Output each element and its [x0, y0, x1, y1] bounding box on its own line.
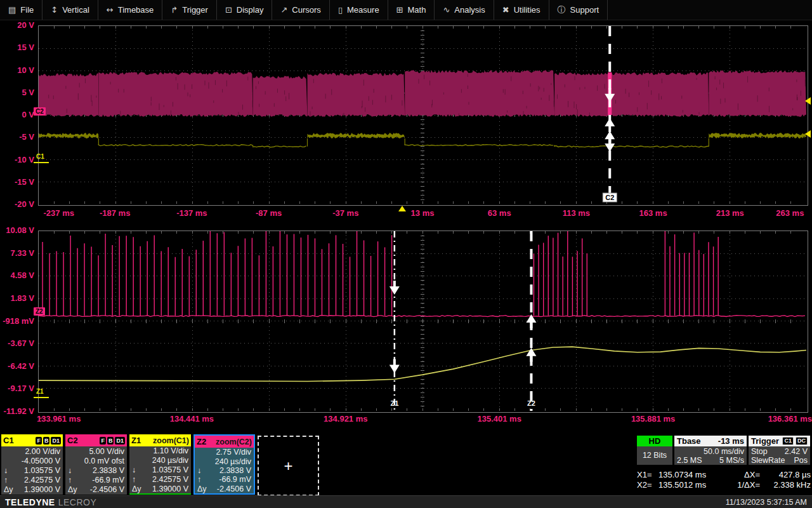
menu-item-cursors[interactable]: ↗Cursors — [272, 0, 329, 20]
file-icon: ▤ — [8, 5, 16, 15]
add-trace-box[interactable]: + — [258, 436, 319, 496]
menu-item-math[interactable]: ⊞Math — [388, 0, 435, 20]
timebase-box[interactable]: Tbase -13 ms 50.0 ms/div 2.5 MS 5 MS/s — [674, 436, 747, 465]
descriptor-z2[interactable]: Z2zoom(C2)2.75 V/div240 µs/div↓2.3838 V↑… — [193, 434, 255, 495]
y-axis-label: -15 V — [0, 177, 34, 187]
cursor-level-marker-upper[interactable] — [805, 97, 811, 105]
descriptor-header[interactable]: Z2zoom(C2) — [195, 436, 254, 448]
datetime-display: 11/13/2023 5:37:15 AM — [726, 498, 807, 507]
c1-trace[interactable] — [39, 133, 806, 147]
descriptor-row: Δy1.39000 V — [129, 484, 191, 493]
menu-item-display[interactable]: ⊡Display — [217, 0, 273, 20]
descriptor-c2[interactable]: C2FBD15.00 V/div0.0 mV ofst↓2.3838 V↑-66… — [65, 434, 127, 495]
c1-axis-marker-bar — [34, 162, 49, 163]
x-axis-label: -187 ms — [100, 208, 130, 218]
y-axis-label: 10.08 V — [0, 225, 34, 235]
plot2-graticule[interactable]: Z1Z2 — [38, 231, 808, 413]
plot1-canvas[interactable]: C2 — [39, 26, 806, 204]
y-axis-label: 1.83 V — [0, 293, 34, 303]
row-value: -66.9 mV — [92, 476, 124, 485]
menu-item-trigger[interactable]: ↱Trigger — [162, 0, 217, 20]
y-axis-label: 7.33 V — [0, 248, 34, 258]
c1-axis-marker[interactable]: C1 — [36, 153, 44, 160]
trigger-slope: Pos — [794, 456, 808, 465]
y-axis-label: -6.42 V — [0, 361, 34, 371]
menu-item-analysis[interactable]: ∿Analysis — [435, 0, 494, 20]
trigger-level: 2.42 V — [785, 447, 808, 456]
menu-item-utilities[interactable]: ✖Utilities — [494, 0, 549, 20]
x-axis-label: 163 ms — [639, 208, 667, 218]
y-axis-label: -20 V — [0, 199, 34, 209]
x2-value: 135.5012 ms — [658, 480, 727, 490]
plot1-graticule[interactable]: C2 — [38, 25, 808, 206]
x-axis-label: 13 ms — [411, 208, 435, 218]
row-value: 2.42575 V — [152, 475, 188, 484]
c2-axis-marker[interactable]: C2 — [34, 107, 46, 116]
menu-item-label: Timebase — [118, 5, 154, 15]
tbase-rate: 5 MS/s — [719, 456, 744, 465]
utilities-icon: ✖ — [502, 5, 509, 15]
y-axis-label: 10 V — [0, 65, 34, 75]
row-symbol: Δy — [4, 485, 15, 494]
descriptor-row: -4.05000 V — [1, 456, 63, 465]
x1-label: X1= — [637, 470, 658, 479]
descriptor-header[interactable]: C1FBD1 — [1, 434, 63, 446]
menu-bar: ▤File↕Vertical↔Timebase↱Trigger⊡Display↗… — [0, 0, 812, 20]
tbase-samples: 2.5 MS — [677, 456, 702, 465]
badge-b: B — [43, 437, 50, 444]
channel-badges: FBD1 — [36, 437, 61, 444]
row-value: 1.03575 V — [24, 466, 60, 475]
descriptor-header[interactable]: Z1zoom(C1) — [129, 434, 191, 446]
row-value: 2.00 V/div — [25, 447, 60, 456]
dx-label: ΔX= — [727, 470, 764, 479]
c2-trace[interactable] — [39, 70, 806, 119]
menu-item-support[interactable]: ⓘSupport — [549, 0, 608, 20]
row-symbol: ↓ — [197, 466, 209, 475]
x1-value: 135.0734 ms — [658, 470, 727, 479]
descriptor-header[interactable]: C2FBD1 — [65, 434, 127, 446]
plot2-canvas[interactable]: Z1Z2 — [39, 231, 806, 411]
descriptor-row: Δy-2.4506 V — [195, 485, 254, 493]
tbase-scale: 50.0 ms/div — [704, 447, 744, 456]
descriptor-row: ↓2.3838 V — [65, 465, 127, 475]
cursor-level-marker-lower[interactable] — [805, 130, 811, 138]
trigger-coupling-badge: DC — [796, 437, 808, 445]
row-value: 2.75 V/div — [216, 448, 251, 457]
row-symbol: ↑ — [197, 475, 209, 484]
vertical-icon: ↕ — [51, 5, 58, 15]
descriptor-row: 2.00 V/div — [1, 446, 63, 456]
hd-status-box[interactable]: HD 12 Bits — [637, 436, 672, 465]
row-symbol: Δy — [68, 485, 79, 494]
descriptor-row: ↑-66.9 mV — [65, 476, 127, 485]
descriptor-row: ↑2.42575 V — [1, 476, 63, 485]
status-bar: TELEDYNE LECROY 11/13/2023 5:37:15 AM — [0, 495, 812, 508]
x-axis-label: -237 ms — [44, 208, 74, 218]
trigger-label: Trigger — [751, 436, 779, 446]
measure-icon: ▯ — [338, 5, 343, 15]
trigger-time-marker[interactable] — [398, 206, 406, 211]
y-axis-label: 0 V — [0, 110, 34, 119]
y-axis-label: -10 V — [0, 155, 34, 164]
descriptor-z1[interactable]: Z1zoom(C1)1.10 V/div240 µs/div↓1.03575 V… — [129, 434, 191, 495]
plot2-cursor-z2[interactable]: Z2 — [526, 231, 536, 411]
hd-label: HD — [637, 436, 672, 446]
z1-axis-marker[interactable]: Z1 — [36, 388, 44, 395]
x2-label: X2= — [637, 480, 658, 490]
math-icon: ⊞ — [396, 5, 403, 15]
x-axis-label: 135.881 ms — [631, 414, 675, 424]
z2-axis-marker[interactable]: Z2 — [34, 307, 45, 316]
menu-item-measure[interactable]: ▯Measure — [330, 0, 388, 20]
plot2-cursor-z1[interactable]: Z1 — [390, 231, 400, 411]
menu-item-file[interactable]: ▤File — [0, 0, 43, 20]
menu-item-timebase[interactable]: ↔Timebase — [98, 0, 163, 20]
row-value: -66.9 mV — [219, 475, 251, 484]
hd-bits: 12 Bits — [639, 447, 670, 464]
menu-item-vertical[interactable]: ↕Vertical — [43, 0, 98, 20]
descriptor-c1[interactable]: C1FBD12.00 V/div-4.05000 V↓1.03575 V↑2.4… — [1, 434, 63, 495]
x-axis-label: 113 ms — [563, 208, 590, 218]
trigger-box[interactable]: Trigger C1 DC Stop 2.42 V SlewRate Pos — [749, 436, 810, 465]
z2-trace[interactable] — [39, 231, 805, 317]
y-axis-label: 4.58 V — [0, 271, 34, 280]
pretrigger-arrow-icon: ← — [38, 412, 46, 422]
descriptor-row: 1.10 V/div — [129, 446, 191, 456]
